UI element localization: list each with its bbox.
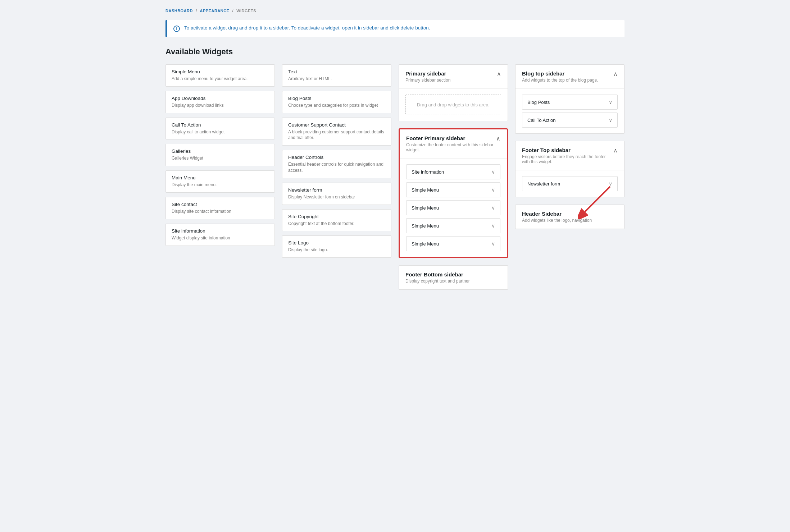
primary-sidebar-body: Drag and drop widgets to this area. bbox=[399, 89, 508, 121]
info-banner: i To activate a widget drag and drop it … bbox=[165, 20, 625, 37]
widget-site-copyright[interactable]: Site Copyright Copyright text at the bot… bbox=[282, 209, 391, 231]
chevron-down-icon: ∨ bbox=[491, 187, 495, 193]
info-icon: i bbox=[173, 26, 180, 32]
list-item[interactable]: Simple Menu ∨ bbox=[406, 182, 500, 197]
widget-newsletter-form[interactable]: Newsletter form Display Newsletter form … bbox=[282, 183, 391, 205]
primary-sidebar-dropzone[interactable]: Drag and drop widgets to this area. bbox=[405, 95, 501, 115]
info-banner-text: To activate a widget drag and drop it to… bbox=[184, 25, 430, 31]
chevron-down-icon: ∨ bbox=[609, 117, 612, 123]
breadcrumb-dashboard[interactable]: DASHBOARD bbox=[165, 9, 193, 13]
widget-site-information[interactable]: Site information Widget display site inf… bbox=[165, 224, 275, 246]
chevron-down-icon: ∨ bbox=[609, 99, 612, 105]
main-grid: Simple Menu Add a simple menu to your wi… bbox=[165, 64, 625, 290]
widget-call-to-action[interactable]: Call To Action Display call to action wi… bbox=[165, 118, 275, 140]
chevron-down-icon: ∨ bbox=[491, 169, 495, 175]
list-item[interactable]: Site information ∨ bbox=[406, 164, 500, 179]
widget-main-menu[interactable]: Main Menu Display the main menu. bbox=[165, 170, 275, 193]
chevron-down-icon: ∨ bbox=[491, 223, 495, 229]
footer-primary-sidebar-toggle[interactable]: ∧ bbox=[496, 135, 500, 142]
primary-sidebar: Primary sidebar Primary sidebar section … bbox=[399, 64, 508, 121]
blog-top-sidebar-header: Blog top sidebar Add widgets to the top … bbox=[516, 65, 624, 89]
breadcrumb-appearance[interactable]: APPEARANCE bbox=[200, 9, 230, 13]
list-item[interactable]: Simple Menu ∨ bbox=[406, 200, 500, 215]
primary-sidebar-toggle[interactable]: ∧ bbox=[497, 70, 501, 77]
footer-primary-sidebar-header: Footer Primary sidebar Customize the foo… bbox=[400, 129, 507, 159]
footer-bottom-sidebar: Footer Bottom sidebar Display copyright … bbox=[399, 265, 508, 290]
header-sidebar: Header Sidebar Add widgets like the logo… bbox=[515, 205, 625, 229]
chevron-down-icon: ∨ bbox=[491, 241, 495, 247]
widget-galleries[interactable]: Galleries Galleries Widget bbox=[165, 144, 275, 166]
list-item[interactable]: Blog Posts ∨ bbox=[522, 95, 618, 110]
footer-primary-sidebar-body: Site information ∨ Simple Menu ∨ Simple … bbox=[400, 159, 507, 257]
blog-top-sidebar-toggle[interactable]: ∧ bbox=[613, 70, 618, 77]
list-item[interactable]: Simple Menu ∨ bbox=[406, 218, 500, 233]
breadcrumb-widgets: WIDGETS bbox=[236, 9, 256, 13]
blog-top-sidebar: Blog top sidebar Add widgets to the top … bbox=[515, 64, 625, 134]
breadcrumb: DASHBOARD / APPEARANCE / WIDGETS bbox=[165, 9, 625, 13]
widget-header-controls[interactable]: Header Controls Essential header control… bbox=[282, 150, 391, 178]
footer-top-sidebar: Footer Top sidebar Engage visitors befor… bbox=[515, 141, 625, 197]
col4: Blog top sidebar Add widgets to the top … bbox=[515, 64, 625, 229]
footer-top-sidebar-body: Newsletter form ∨ bbox=[516, 170, 624, 197]
footer-primary-sidebar: Footer Primary sidebar Customize the foo… bbox=[399, 128, 508, 258]
col3: Primary sidebar Primary sidebar section … bbox=[399, 64, 508, 290]
page-wrapper: DASHBOARD / APPEARANCE / WIDGETS i To ac… bbox=[154, 0, 636, 298]
blog-top-sidebar-body: Blog Posts ∨ Call To Action ∨ bbox=[516, 89, 624, 133]
list-item[interactable]: Call To Action ∨ bbox=[522, 113, 618, 128]
widget-text[interactable]: Text Arbitrary text or HTML. bbox=[282, 64, 391, 87]
page-title: Available Widgets bbox=[165, 47, 625, 56]
widget-blog-posts[interactable]: Blog Posts Choose type and categories fo… bbox=[282, 91, 391, 113]
widget-customer-support[interactable]: Customer Support Contact A block providi… bbox=[282, 118, 391, 146]
widget-site-contact[interactable]: Site contact Display site contact inform… bbox=[165, 197, 275, 219]
widget-site-logo[interactable]: Site Logo Display the site logo. bbox=[282, 235, 391, 258]
list-item[interactable]: Newsletter form ∨ bbox=[522, 176, 618, 191]
left-widgets-col: Simple Menu Add a simple menu to your wi… bbox=[165, 64, 275, 250]
widget-app-downloads[interactable]: App Downloads Display app download links bbox=[165, 91, 275, 113]
footer-top-sidebar-header: Footer Top sidebar Engage visitors befor… bbox=[516, 141, 624, 170]
right-widgets-col: Text Arbitrary text or HTML. Blog Posts … bbox=[282, 64, 391, 262]
primary-sidebar-header: Primary sidebar Primary sidebar section … bbox=[399, 65, 508, 89]
widget-simple-menu[interactable]: Simple Menu Add a simple menu to your wi… bbox=[165, 64, 275, 87]
chevron-down-icon: ∨ bbox=[491, 205, 495, 211]
footer-top-sidebar-toggle[interactable]: ∧ bbox=[613, 147, 618, 154]
chevron-down-icon: ∨ bbox=[609, 181, 612, 187]
annotation-container: Footer Top sidebar Engage visitors befor… bbox=[515, 141, 625, 197]
list-item[interactable]: Simple Menu ∨ bbox=[406, 236, 500, 251]
